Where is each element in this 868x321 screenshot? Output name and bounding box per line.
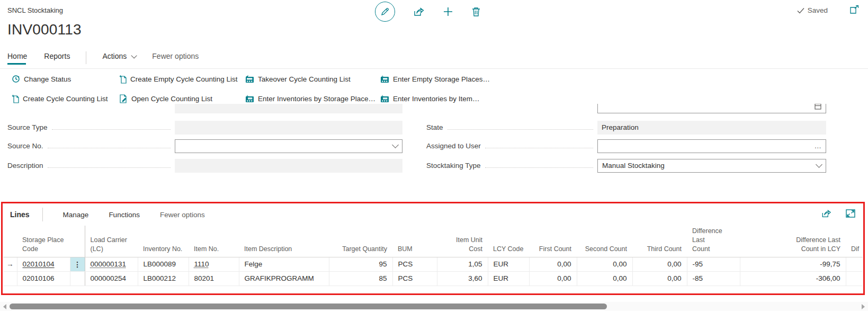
dotted-leader: [448, 123, 593, 130]
dotted-leader: [485, 142, 593, 148]
col-bum[interactable]: BUM: [392, 226, 437, 257]
chevron-down-icon[interactable]: [392, 141, 399, 148]
share-icon[interactable]: [413, 6, 425, 17]
target-quantity-cell[interactable]: 95: [329, 257, 392, 271]
state-field: Preparation: [597, 121, 826, 135]
item-unit-cost-cell[interactable]: 3,60: [437, 271, 488, 286]
col-storage-place-code[interactable]: Storage Place Code: [17, 226, 70, 257]
enter-data-icon: [380, 75, 389, 83]
item-description-cell[interactable]: Felge: [239, 257, 329, 271]
dif-cell[interactable]: [846, 271, 863, 286]
table-row[interactable]: → 02010104 ⋮ 000000131 LB000089 1110 Fel…: [3, 257, 863, 271]
row-indicator-cell: [3, 271, 17, 286]
edit-document-icon: [119, 94, 128, 103]
bum-cell[interactable]: PCS: [392, 271, 437, 286]
load-carrier-link: 000000131: [91, 260, 127, 268]
target-quantity-cell[interactable]: 85: [329, 271, 392, 286]
edit-icon[interactable]: [375, 2, 395, 22]
description-label: Description: [7, 162, 43, 170]
create-cycle-counting-list-action[interactable]: Create Cycle Counting List: [12, 93, 119, 104]
scroll-right-arrow-icon[interactable]: [862, 304, 865, 309]
col-dif-clipped[interactable]: Dif: [846, 226, 863, 257]
lines-menu-manage[interactable]: Manage: [56, 211, 96, 219]
share-icon[interactable]: [821, 209, 832, 218]
col-third-count[interactable]: Third Count: [632, 226, 687, 257]
change-status-action[interactable]: Change Status: [12, 73, 119, 85]
chevron-down-icon[interactable]: [816, 161, 822, 168]
clipped-field-right: [597, 104, 826, 113]
difference-last-count-cell[interactable]: -95: [687, 257, 740, 271]
col-lcy-code[interactable]: LCY Code: [488, 226, 529, 257]
save-status: Saved: [797, 6, 828, 14]
tab-home[interactable]: Home: [7, 51, 33, 65]
tab-fewer-options[interactable]: Fewer options: [146, 51, 205, 65]
storage-place-code-cell[interactable]: 02010106: [17, 271, 70, 286]
difference-last-count-lcy-cell[interactable]: -306,00: [740, 271, 846, 286]
general-fasttab: Source Type Source No. Description State…: [0, 104, 868, 181]
page-title: INV000113: [7, 21, 82, 38]
lines-menu-fewer-options[interactable]: Fewer options: [153, 211, 212, 219]
check-icon: [797, 7, 804, 14]
item-unit-cost-cell[interactable]: 1,05: [437, 257, 488, 271]
col-first-count[interactable]: First Count: [529, 226, 577, 257]
col-item-no[interactable]: Item No.: [189, 226, 239, 257]
table-header-row: Storage Place Code Load Carrier (LC) Inv…: [3, 226, 863, 257]
table-row[interactable]: 02010106 000000254 LB000212 80201 GRAFIK…: [3, 271, 863, 286]
load-carrier-cell[interactable]: 000000254: [85, 271, 138, 286]
focus-mode-icon[interactable]: [846, 209, 856, 218]
change-status-icon: [12, 75, 20, 83]
enter-inventories-by-storage-place-action[interactable]: Enter Inventories by Storage Place…: [245, 93, 380, 104]
enter-empty-storage-places-action[interactable]: Enter Empty Storage Places…: [380, 73, 490, 85]
add-icon[interactable]: [443, 6, 453, 17]
horizontal-scrollbar[interactable]: [0, 302, 868, 311]
enter-inventories-by-item-action[interactable]: Enter Inventories by Item…: [380, 93, 490, 104]
open-in-new-window-icon[interactable]: [850, 5, 860, 14]
cell-menu-icon[interactable]: ⋮: [70, 257, 85, 271]
item-description-cell[interactable]: GRAFIKPROGRAMM: [239, 271, 329, 286]
assigned-to-user-field[interactable]: …: [597, 139, 826, 153]
source-type-field: [175, 121, 402, 135]
chevron-down-icon: [131, 52, 137, 58]
difference-last-count-cell[interactable]: -85: [687, 271, 740, 286]
dif-cell[interactable]: [846, 257, 863, 271]
takeover-cycle-counting-list-action[interactable]: Takeover Cycle Counting List: [245, 73, 380, 85]
inventory-no-cell[interactable]: LB000089: [138, 257, 189, 271]
create-empty-cycle-counting-list-action[interactable]: Create Empty Cycle Counting List: [119, 73, 245, 85]
first-count-cell[interactable]: 0,00: [529, 257, 577, 271]
first-count-cell[interactable]: 0,00: [529, 271, 577, 286]
lcy-code-cell[interactable]: EUR: [488, 257, 529, 271]
open-cycle-counting-list-action[interactable]: Open Cycle Counting List: [119, 93, 245, 104]
col-load-carrier[interactable]: Load Carrier (LC): [85, 226, 138, 257]
source-no-field[interactable]: [175, 139, 402, 153]
lines-title: Lines: [10, 210, 30, 219]
scrollbar-thumb[interactable]: [10, 304, 607, 309]
lcy-code-cell[interactable]: EUR: [488, 271, 529, 286]
col-item-unit-cost[interactable]: Item Unit Cost: [437, 226, 488, 257]
col-difference-last-count-lcy[interactable]: Difference Last Count in LCY: [740, 226, 846, 257]
second-count-cell[interactable]: 0,00: [577, 257, 632, 271]
enter-data-icon: [380, 95, 389, 103]
item-no-cell[interactable]: 80201: [189, 271, 239, 286]
scroll-left-arrow-icon[interactable]: [3, 304, 6, 309]
col-second-count[interactable]: Second Count: [577, 226, 632, 257]
third-count-cell[interactable]: 0,00: [632, 257, 687, 271]
third-count-cell[interactable]: 0,00: [632, 271, 687, 286]
inventory-no-cell[interactable]: LB000212: [138, 271, 189, 286]
lines-menu-functions[interactable]: Functions: [101, 211, 147, 219]
tab-actions[interactable]: Actions: [96, 51, 141, 65]
delete-icon[interactable]: [471, 6, 481, 17]
bum-cell[interactable]: PCS: [392, 257, 437, 271]
description-field: [175, 159, 402, 173]
col-difference-last-count[interactable]: Difference Last Count: [687, 226, 740, 257]
col-target-quantity[interactable]: Target Quantity: [329, 226, 392, 257]
stocktaking-type-field[interactable]: Manual Stocktaking: [597, 159, 826, 173]
lookup-ellipsis-icon[interactable]: …: [815, 142, 822, 150]
second-count-cell[interactable]: 0,00: [577, 271, 632, 286]
difference-last-count-lcy-cell[interactable]: -99,75: [740, 257, 846, 271]
new-document-icon: [119, 75, 127, 84]
field-row-source-no: Source No.: [7, 139, 402, 153]
calendar-icon: [815, 104, 821, 110]
tab-reports[interactable]: Reports: [38, 51, 76, 65]
col-inventory-no[interactable]: Inventory No.: [138, 226, 189, 257]
col-item-description[interactable]: Item Description: [239, 226, 329, 257]
